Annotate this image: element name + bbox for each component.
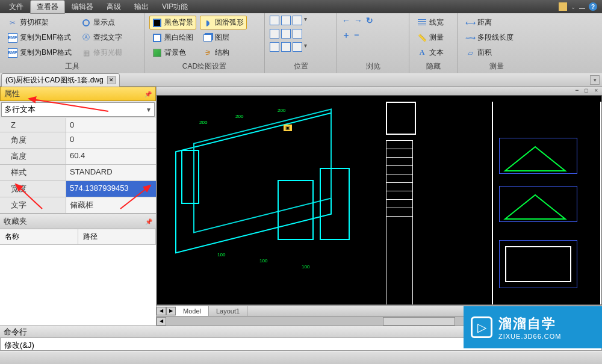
view-icon[interactable] [281,42,291,52]
drawing-canvas[interactable]: 200 200 200 100 100 100 ▣ [157,95,602,305]
cut-frame-button[interactable]: ✂剪切框架 [5,16,75,29]
distance-icon: ⟷ [465,18,475,28]
ribbon-group-measurement: ⟷距离 ⟿多段线长度 ▱面积 测量 [458,13,536,73]
copy-emf-button[interactable]: EMF复制为EMF格式 [5,31,75,45]
group-title-tools: 工具 [5,60,139,72]
text-icon: A [417,48,427,58]
polyline-length-button[interactable]: ⟿多段线长度 [462,31,517,45]
main-area: 属性 📌 多行文本 ▼ Z0 角度0 高度60.4 样式STANDARD 宽度5… [0,87,602,325]
group-title-hide: 隐藏 [414,60,452,72]
area-icon: ▱ [465,48,475,58]
layout-tab-1[interactable]: Layout1 [209,306,247,316]
command-label: 命令行 [4,327,27,338]
expand-icon[interactable]: ⌄ [571,4,576,10]
measure-button[interactable]: 📏测量 [414,31,447,45]
prop-row: 高度60.4 [0,149,156,165]
tab-menu-icon[interactable]: ▾ [590,75,600,85]
forward-icon[interactable]: → [354,16,362,25]
edit-icon[interactable] [559,2,567,11]
menu-output[interactable]: 输出 [128,0,155,14]
close-icon[interactable]: ✕ [592,87,600,94]
svg-marker-1 [505,195,565,219]
pan-icon[interactable] [293,29,302,39]
pin-icon[interactable]: 📌 [145,218,152,225]
help-icon[interactable]: ? [589,2,597,11]
chevron-down-icon: ▼ [146,106,152,113]
layout-tab-model[interactable]: Model [176,306,209,316]
bg-color-icon [152,48,162,58]
copy-bmp-button[interactable]: BMP复制为BMP格式 [5,46,75,60]
minimize-icon[interactable]: ━ [573,87,580,94]
linewidth-button[interactable]: 线宽 [414,16,447,29]
property-grid: Z0 角度0 高度60.4 样式STANDARD 宽度574.138793945… [0,118,156,214]
show-point-button[interactable]: 显示点 [78,16,125,29]
black-bg-button[interactable]: 黑色背景 [149,16,196,29]
ribbon-group-tools: ✂剪切框架 EMF复制为EMF格式 BMP复制为BMP格式 显示点 Ⓐ查找文字 … [0,13,144,73]
properties-title: 属性 [4,88,20,99]
watermark-url: ZIXUE.3D66.COM [498,333,561,340]
area-button[interactable]: ▱面积 [462,46,517,60]
text-button[interactable]: A文本 [414,46,447,60]
menu-file[interactable]: 文件 [2,0,30,14]
fav-col-name[interactable]: 名称 [0,229,78,244]
refresh-icon[interactable]: ↻ [366,16,373,25]
watermark-title: 溜溜自学 [498,315,561,333]
add-icon[interactable]: ＋ [342,30,350,41]
play-icon: ▷ [471,316,492,338]
view-icon[interactable] [270,42,279,52]
prop-row: 宽度574.1387939453 [0,181,156,197]
menu-advanced[interactable]: 高级 [100,0,128,14]
canvas-area: ━ ▢ ✕ 200 200 200 100 100 100 ▣ [157,87,602,325]
distance-button[interactable]: ⟷距离 [462,16,517,29]
menu-vip[interactable]: VIP功能 [155,0,194,14]
ribbon-group-browse: ← → ↻ ＋ − 浏览 [337,13,409,73]
minus-icon[interactable]: − [354,30,359,41]
document-tab[interactable]: (G)厨柜设计CAD图纸-1套.dwg ✕ [1,73,120,87]
group-title-browse: 浏览 [342,60,404,72]
zoom-icon[interactable] [281,16,291,25]
document-tabstrip: (G)厨柜设计CAD图纸-1套.dwg ✕ ▾ [0,73,602,87]
object-type-dropdown[interactable]: 多行文本 ▼ [1,102,155,117]
close-tab-icon[interactable]: ✕ [107,76,116,84]
view-icon[interactable] [293,42,302,52]
point-icon [81,18,91,28]
pan-icon[interactable] [270,29,279,39]
pin-icon[interactable]: 📌 [144,91,152,97]
ribbon-group-hide: 线宽 📏测量 A文本 隐藏 [409,13,458,73]
properties-panel-header[interactable]: 属性 📌 [0,87,156,101]
structure-button[interactable]: ⚞结构 [200,46,247,60]
bw-draw-button[interactable]: 黑白绘图 [149,31,196,45]
white-bg-icon [152,33,162,43]
pan-icon[interactable] [281,29,291,39]
scissors-icon: ✂ [8,18,17,28]
maximize-icon[interactable]: ▢ [583,87,590,94]
zoom-icon[interactable] [270,16,279,25]
bg-color-button[interactable]: 背景色 [149,46,196,60]
group-title-position: 位置 [270,60,332,72]
back-icon[interactable]: ← [342,16,350,25]
tab-scroll-left[interactable]: ◀ [157,307,166,315]
scroll-left-icon[interactable]: ◀ [157,317,166,325]
structure-icon: ⚞ [203,48,213,58]
minimize-icon[interactable] [579,8,585,9]
favorites-panel-header[interactable]: 收藏夹 📌 [0,214,156,229]
bmp-icon: BMP [8,48,17,58]
prop-row: 样式STANDARD [0,165,156,181]
linewidth-icon [417,18,427,28]
scroll-thumb[interactable] [383,317,455,325]
ribbon: ✂剪切框架 EMF复制为EMF格式 BMP复制为BMP格式 显示点 Ⓐ查找文字 … [0,13,602,73]
fav-col-path[interactable]: 路径 [78,229,157,244]
zoom-icon[interactable] [293,16,302,25]
find-text-button[interactable]: Ⓐ查找文字 [78,31,125,45]
emf-icon: EMF [8,33,17,43]
favorites-body [0,245,156,325]
tab-scroll-right[interactable]: ▶ [166,307,176,315]
layer-button[interactable]: 图层 [200,31,247,45]
prop-row: Z0 [0,118,156,132]
menu-viewer[interactable]: 查看器 [30,0,65,14]
trim-raster-button: ▦修剪光栅 [78,46,125,60]
menu-editor[interactable]: 编辑器 [65,0,100,14]
prop-row: 角度0 [0,132,156,149]
group-title-measurement: 测量 [462,60,531,72]
smooth-arc-button[interactable]: ◗圆滑弧形 [200,16,247,29]
